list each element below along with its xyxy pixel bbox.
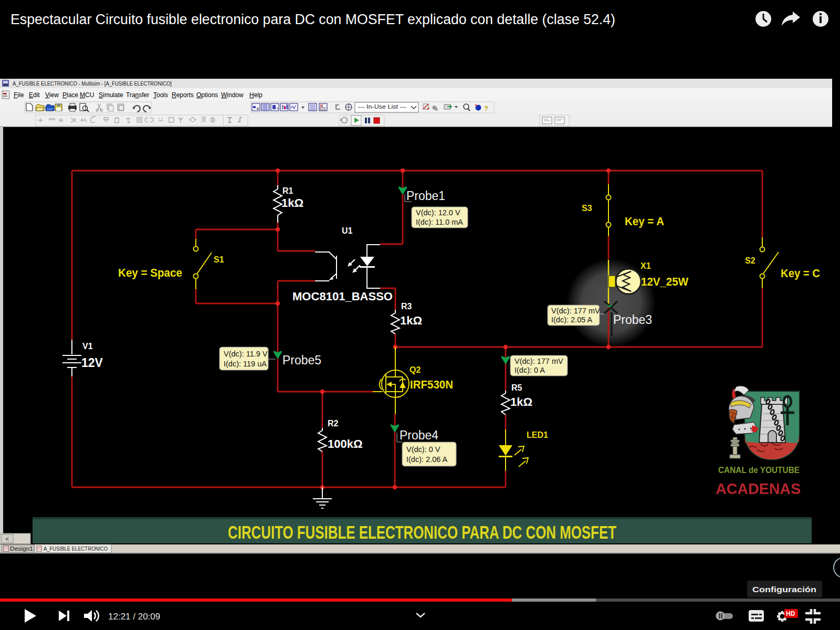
svg-text:HD: HD [786,610,795,617]
svg-text:Transfer: Transfer [126,91,149,99]
svg-text:Reports: Reports [172,91,194,99]
svg-text:LED1: LED1 [527,430,548,439]
svg-text:Key = A: Key = A [625,215,664,228]
svg-text:MCU: MCU [80,91,94,99]
svg-text:V(dc): 12.0 V: V(dc): 12.0 V [416,208,460,217]
svg-text:ACADENAS: ACADENAS [716,480,801,497]
svg-text:Tools: Tools [153,91,168,99]
svg-text:V(dc): 177 mV: V(dc): 177 mV [551,307,600,315]
svg-text:100kΩ: 100kΩ [328,437,363,450]
svg-text:1kΩ: 1kΩ [510,395,532,408]
svg-text:<: < [5,536,9,543]
svg-text:I(dc): 2.05 A: I(dc): 2.05 A [551,316,593,324]
svg-text:Probe3: Probe3 [613,313,652,327]
svg-text:X1: X1 [640,261,651,270]
svg-text:U1: U1 [342,226,353,235]
svg-text:Configuración: Configuración [752,585,816,594]
svg-text:I(dc): 2.06 A: I(dc): 2.06 A [406,455,448,464]
svg-text:IRF530N: IRF530N [410,378,453,391]
svg-text:Edit: Edit [29,91,40,99]
svg-text:CIRCUITO FUSIBLE ELECTRONICO P: CIRCUITO FUSIBLE ELECTRONICO PARA DC CON… [228,522,616,542]
svg-text:Help: Help [249,91,262,99]
svg-text:1kΩ: 1kΩ [400,314,422,327]
svg-text:Window: Window [221,91,244,99]
svg-text:12V: 12V [81,356,103,370]
svg-text:Options: Options [196,91,218,99]
svg-text:Probe1: Probe1 [406,189,445,203]
svg-text:I(dc): 0 A: I(dc): 0 A [514,366,545,374]
svg-text:R2: R2 [328,419,339,428]
svg-text:12:21 / 20:09: 12:21 / 20:09 [108,612,160,622]
svg-text:I(dc): 119 uA: I(dc): 119 uA [224,360,267,368]
svg-text:A_FUSIBLE ELECTRONICO: A_FUSIBLE ELECTRONICO [44,546,108,552]
svg-text:Probe4: Probe4 [400,428,438,442]
svg-text:View: View [45,91,59,99]
svg-text:V(dc): 0 V: V(dc): 0 V [406,445,440,454]
svg-text:12V_25W: 12V_25W [641,275,688,288]
svg-text:R3: R3 [401,302,412,311]
svg-text:Key = C: Key = C [781,267,820,280]
svg-text:R5: R5 [511,383,522,392]
svg-text:?: ? [484,104,488,112]
svg-text:Simulate: Simulate [99,91,123,99]
svg-text:Probe5: Probe5 [282,353,321,367]
svg-text:S3: S3 [582,204,592,213]
svg-text:V1: V1 [82,342,93,351]
svg-text:CANAL de YOUTUBE: CANAL de YOUTUBE [718,465,800,475]
svg-text:V(dc): 177 mV: V(dc): 177 mV [514,357,563,365]
svg-text:--- In-Use List ---: --- In-Use List --- [358,103,407,110]
svg-text:Design1: Design1 [10,546,34,552]
svg-text:Key = Space: Key = Space [118,266,182,279]
svg-text:Espectacular Circuito fusible: Espectacular Circuito fusible electronic… [10,12,615,27]
svg-text:S2: S2 [745,256,755,265]
svg-text:I(dc): 11.0 mA: I(dc): 11.0 mA [416,218,463,226]
svg-text:+: + [276,106,279,111]
svg-text:MOC8101_BASSO: MOC8101_BASSO [292,290,393,303]
svg-text:R1: R1 [282,186,293,195]
svg-text:1kΩ: 1kΩ [281,196,303,209]
svg-text:File: File [14,91,24,99]
svg-text:S1: S1 [214,255,224,264]
svg-text:Place: Place [62,91,78,99]
svg-text:Q2: Q2 [410,365,421,374]
svg-text:A_FUSIBLE ELECTRONICO - Multis: A_FUSIBLE ELECTRONICO - Multisim - [A_FU… [13,80,172,87]
svg-text:V(dc): 11.9 V: V(dc): 11.9 V [224,350,268,358]
